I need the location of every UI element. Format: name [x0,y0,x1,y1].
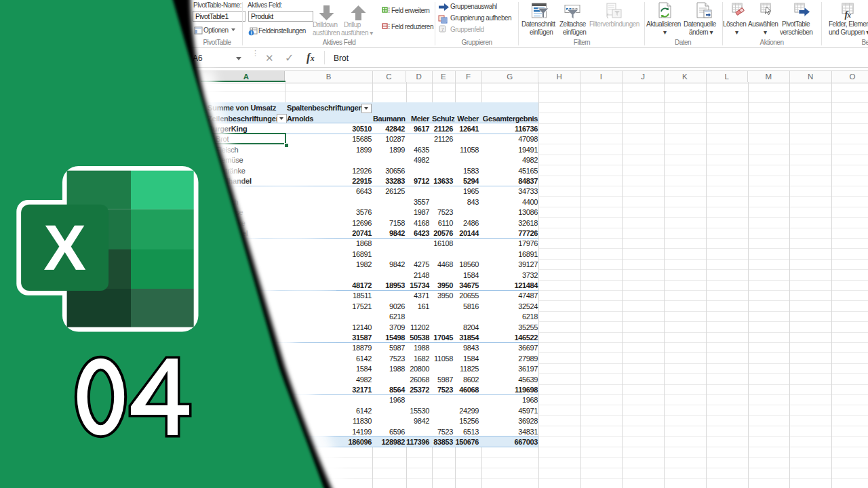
svg-text:X: X [43,212,86,283]
